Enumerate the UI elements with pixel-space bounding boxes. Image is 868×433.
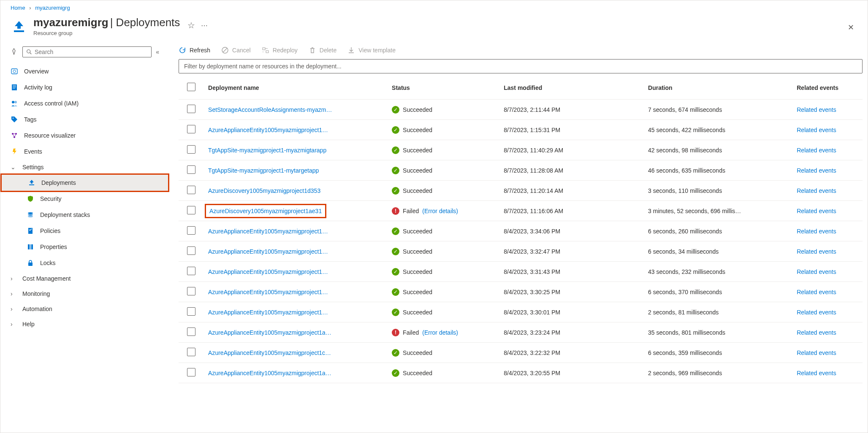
delete-icon [309,46,316,54]
row-checkbox[interactable] [187,246,195,255]
deployment-link[interactable]: AzureApplianceEntity1005myazmigproject1a… [208,329,331,336]
more-icon[interactable]: ⋯ [201,22,209,30]
row-checkbox[interactable] [187,368,195,376]
pin-icon[interactable] [11,48,18,56]
related-events-link[interactable]: Related events [797,370,836,376]
view-template-button: View template [347,46,396,54]
sidebar-group[interactable]: ›Automation [0,301,169,317]
related-events-link[interactable]: Related events [797,106,836,113]
close-button[interactable]: ✕ [844,19,857,35]
table-row: AzureDiscovery1005myazmigproject1d353 ✓S… [179,181,863,201]
success-icon: ✓ [392,248,399,255]
header-duration[interactable]: Duration [644,75,792,100]
svg-point-8 [12,101,14,103]
row-checkbox[interactable] [187,287,195,295]
sidebar-item-stacks[interactable]: Deployment stacks [0,207,169,223]
sidebar-item-events[interactable]: Events [0,143,169,160]
modified-cell: 8/7/2023, 11:28:08 AM [499,160,644,181]
row-checkbox[interactable] [187,307,195,316]
sidebar-item-properties[interactable]: Properties [0,239,169,255]
related-events-link[interactable]: Related events [797,187,836,194]
breadcrumb-rg[interactable]: myazuremigrg [35,5,70,11]
sidebar-group[interactable]: ›Help [0,317,169,332]
sidebar-item-deployments[interactable]: Deployments [0,173,169,192]
row-checkbox[interactable] [187,267,195,275]
header-name[interactable]: Deployment name [204,75,388,100]
sidebar-item-policies[interactable]: Policies [0,223,169,239]
deployment-link[interactable]: AzureApplianceEntity1005myazmigproject1… [208,309,328,316]
table-row: AzureApplianceEntity1005myazmigproject1…… [179,302,863,322]
row-checkbox[interactable] [187,165,195,174]
favorite-icon[interactable]: ☆ [187,20,195,30]
collapse-sidebar-icon[interactable]: « [156,49,159,55]
sidebar-item-visualizer[interactable]: Resource visualizer [0,127,169,143]
header-modified[interactable]: Last modified [499,75,644,100]
row-checkbox[interactable] [187,226,195,235]
deployment-link[interactable]: AzureDiscovery1005myazmigproject1ae31 [209,208,322,214]
header-events[interactable]: Related events [792,75,863,100]
deployment-link[interactable]: AzureApplianceEntity1005myazmigproject1… [208,248,328,255]
sidebar-group-label: Help [22,321,35,327]
page-header: myazuremigrg | Deployments Resource grou… [0,13,868,42]
sidebar-group-settings[interactable]: ⌄ Settings [0,160,169,175]
related-events-link[interactable]: Related events [797,349,836,356]
sidebar-search[interactable] [22,46,152,57]
related-events-link[interactable]: Related events [797,268,836,275]
sidebar-item-label: Resource visualizer [24,132,76,139]
select-all-checkbox[interactable] [187,83,195,91]
sidebar-group[interactable]: ›Cost Management [0,271,169,286]
deployment-link[interactable]: TgtAppSite-myazmigproject1-myazmigtarapp [208,147,326,154]
related-events-link[interactable]: Related events [797,228,836,235]
related-events-link[interactable]: Related events [797,127,836,133]
deployment-link[interactable]: AzureApplianceEntity1005myazmigproject1… [208,289,328,295]
related-events-link[interactable]: Related events [797,309,836,316]
error-details-link[interactable]: (Error details) [422,208,458,214]
row-checkbox[interactable] [187,327,195,336]
related-events-link[interactable]: Related events [797,248,836,255]
related-events-link[interactable]: Related events [797,289,836,295]
deployment-link[interactable]: AzureApplianceEntity1005myazmigproject1… [208,268,328,275]
related-events-link[interactable]: Related events [797,208,836,214]
row-checkbox[interactable] [187,105,195,113]
refresh-button[interactable]: Refresh [179,46,210,54]
deployment-link[interactable]: AzureApplianceEntity1005myazmigproject1… [208,127,328,133]
search-input[interactable] [32,49,148,55]
related-events-link[interactable]: Related events [797,147,836,154]
breadcrumb-home[interactable]: Home [11,5,25,11]
deployment-link[interactable]: AzureDiscovery1005myazmigproject1d353 [208,187,320,194]
sidebar-item-security[interactable]: Security [0,191,169,207]
sidebar-item-tags[interactable]: Tags [0,111,169,127]
modified-cell: 8/7/2023, 1:15:31 PM [499,120,644,140]
related-events-link[interactable]: Related events [797,167,836,174]
related-events-link[interactable]: Related events [797,329,836,336]
duration-cell: 6 seconds, 370 milliseconds [644,282,792,302]
duration-cell: 42 seconds, 98 milliseconds [644,140,792,160]
sidebar-item-overview[interactable]: Overview [0,63,169,79]
deployment-link[interactable]: SetStorageAccountRoleAssignments-myazm… [208,106,332,113]
sidebar-group[interactable]: ›Monitoring [0,286,169,301]
modified-cell: 8/7/2023, 2:11:44 PM [499,100,644,120]
sidebar-item-locks[interactable]: Locks [0,255,169,271]
chevron-right-icon: › [11,306,16,312]
deployment-link[interactable]: TgtAppSite-myazmigproject1-mytargetapp [208,167,319,174]
duration-cell: 43 seconds, 232 milliseconds [644,262,792,282]
table-row: AzureApplianceEntity1005myazmigproject1…… [179,241,863,262]
sidebar-item-log[interactable]: Activity log [0,79,169,95]
chevron-right-icon: › [11,275,16,282]
deployment-link[interactable]: AzureApplianceEntity1005myazmigproject1c… [208,349,331,356]
header-status[interactable]: Status [388,75,499,100]
success-icon: ✓ [392,369,399,377]
deployment-link[interactable]: AzureApplianceEntity1005myazmigproject1a… [208,370,331,376]
row-checkbox[interactable] [187,186,195,194]
row-checkbox[interactable] [187,206,195,214]
row-checkbox[interactable] [187,348,195,356]
sidebar-item-iam[interactable]: Access control (IAM) [0,95,169,111]
error-details-link[interactable]: (Error details) [422,329,458,336]
svg-rect-24 [263,48,265,50]
filter-input[interactable] [179,59,863,73]
row-checkbox[interactable] [187,125,195,133]
deployment-link[interactable]: AzureApplianceEntity1005myazmigproject1… [208,228,328,235]
modified-cell: 8/4/2023, 3:31:43 PM [499,262,644,282]
row-checkbox[interactable] [187,145,195,154]
success-icon: ✓ [392,106,399,114]
